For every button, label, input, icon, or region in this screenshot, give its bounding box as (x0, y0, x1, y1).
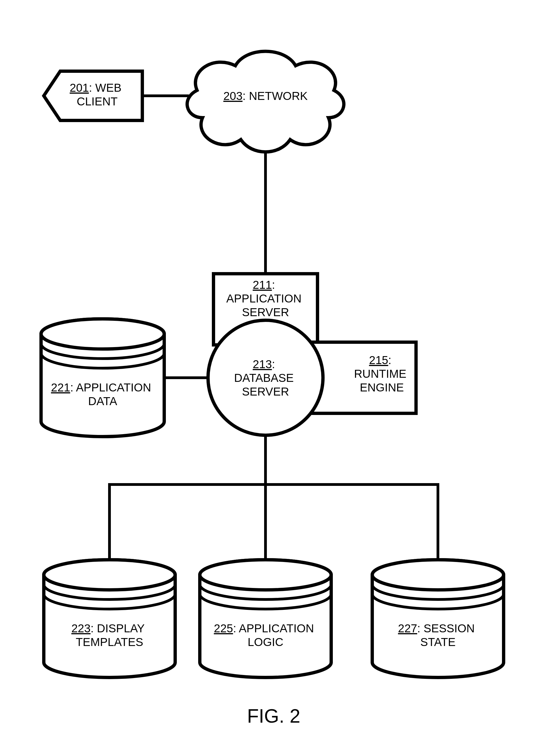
app-data-ref: 221 (51, 381, 70, 394)
svg-point-19 (372, 560, 504, 590)
app-server-ref: 211 (253, 278, 272, 291)
svg-point-17 (200, 560, 331, 590)
display-templates-ref: 223 (72, 622, 91, 635)
app-data-node: 221: APPLICATION DATA (41, 319, 164, 437)
network-node: 203: NETWORK (187, 51, 344, 152)
display-templates-node: 223: DISPLAY TEMPLATES (44, 560, 175, 677)
runtime-engine-node: 215: RUNTIME ENGINE (312, 342, 416, 413)
app-logic-node: 225: APPLICATION LOGIC (200, 560, 331, 677)
network-label: NETWORK (249, 89, 308, 102)
figure-label: FIG. 2 (247, 705, 300, 727)
svg-text:203: NETWORK: 203: NETWORK (223, 89, 308, 102)
svg-point-15 (44, 560, 175, 590)
db-server-ref: 213 (253, 358, 272, 370)
web-client-node: 201: WEB CLIENT (44, 71, 142, 121)
architecture-diagram: 201: WEB CLIENT 203: NETWORK 211: APPLIC… (0, 0, 560, 747)
session-state-node: 227: SESSION STATE (372, 560, 504, 677)
network-ref: 203 (223, 89, 243, 102)
svg-point-13 (41, 319, 164, 349)
runtime-engine-ref: 215 (369, 354, 388, 366)
session-state-ref: 227 (398, 622, 417, 635)
web-client-ref: 201 (70, 81, 89, 94)
db-server-node: 213: DATABASE SERVER (208, 320, 323, 435)
app-logic-ref: 225 (214, 622, 233, 635)
